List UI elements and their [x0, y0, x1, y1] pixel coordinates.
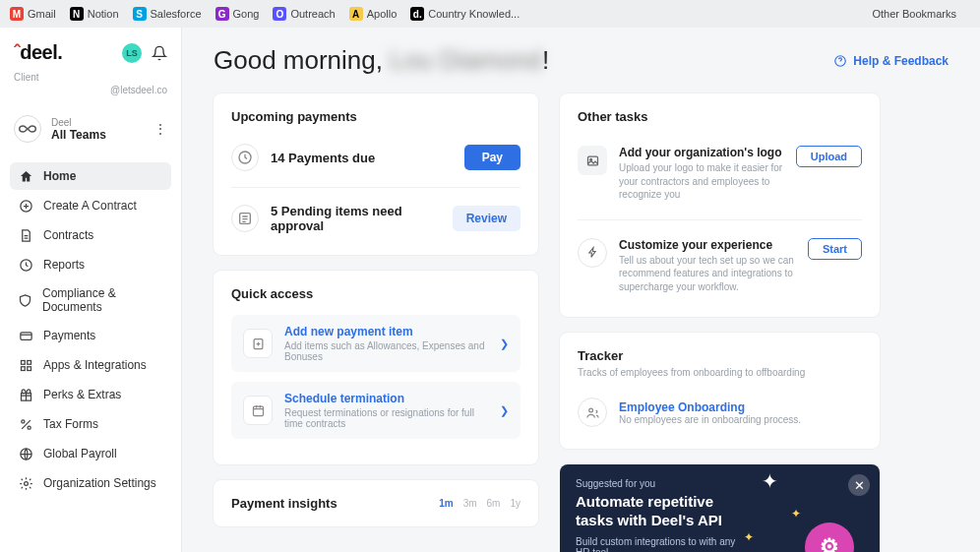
tab-1m[interactable]: 1m [439, 498, 453, 509]
review-button[interactable]: Review [453, 206, 521, 231]
client-label: Client [10, 72, 171, 83]
bookmark-salesforce[interactable]: SSalesforce [133, 7, 202, 21]
help-label: Help & Feedback [853, 54, 949, 68]
card-title: Payment insights [231, 496, 337, 511]
main-content: Good morning, Lou Diamond! Help & Feedba… [182, 28, 980, 552]
brand-logo[interactable]: ˆdeel. [14, 41, 62, 64]
bookmark-gong[interactable]: GGong [215, 7, 260, 21]
user-avatar[interactable]: LS [122, 43, 142, 63]
clock-icon [231, 144, 259, 171]
home-icon [18, 168, 33, 184]
quick-add-payment[interactable]: Add new payment item Add items such as A… [231, 315, 521, 372]
tab-3m[interactable]: 3m [463, 498, 477, 509]
clock-icon [18, 257, 33, 273]
task-title: Customize your experience [619, 238, 796, 252]
promo-label: Suggested for you [576, 478, 864, 489]
help-feedback-link[interactable]: Help & Feedback [833, 54, 949, 68]
infinity-icon [14, 115, 41, 143]
nav-org-settings[interactable]: Organization Settings [10, 469, 171, 497]
nav-label: Contracts [43, 228, 93, 242]
svg-rect-6 [27, 366, 31, 370]
team-name: All Teams [51, 128, 106, 142]
qa-desc: Request terminations or resignations for… [284, 407, 488, 429]
nav-label: Home [43, 169, 76, 183]
upload-button[interactable]: Upload [796, 146, 862, 167]
chevron-right-icon: ❯ [500, 337, 509, 350]
nav-home[interactable]: Home [10, 162, 171, 190]
globe-icon [18, 446, 33, 461]
nav-compliance[interactable]: Compliance & Documents [10, 280, 171, 320]
bookmark-countryknowl[interactable]: d.Country Knowled... [410, 7, 520, 21]
bookmark-label: Gong [233, 8, 260, 20]
promo-card: ✕ Suggested for you Automate repetitive … [560, 464, 880, 552]
svg-point-8 [21, 419, 24, 422]
nav-label: Perks & Extras [43, 388, 121, 401]
document-icon [18, 227, 33, 243]
bookmark-other[interactable]: Other Bookmarks [872, 8, 956, 20]
start-button[interactable]: Start [808, 238, 862, 260]
nav-label: Global Payroll [43, 447, 117, 460]
tab-6m[interactable]: 6m [487, 498, 501, 509]
promo-art: ✦ ✦ ✦ ⚙ [752, 499, 870, 553]
other-tasks-card: Other tasks Add your organization's logo… [560, 93, 880, 317]
promo-desc: Build custom integrations to with any HR… [576, 536, 738, 553]
nav-label: Reports [43, 258, 85, 272]
nav-apps[interactable]: Apps & Integrations [10, 351, 171, 379]
bookmark-label: Notion [88, 8, 119, 20]
nav-perks[interactable]: Perks & Extras [10, 381, 171, 408]
bookmark-apollo[interactable]: AApollo [349, 7, 398, 21]
bookmark-label: Country Knowled... [428, 8, 520, 20]
nav-tax[interactable]: Tax Forms [10, 410, 171, 438]
bell-icon[interactable] [152, 45, 167, 61]
plus-circle-icon [18, 198, 33, 214]
help-icon [833, 54, 847, 68]
sidebar: ˆdeel. LS Client @letsdeel.co Deel All T… [0, 28, 182, 552]
grid-icon [18, 357, 33, 373]
nav-contracts[interactable]: Contracts [10, 221, 171, 249]
list-icon [231, 205, 259, 232]
tracker-item-desc: No employees are in onboarding process. [619, 414, 862, 425]
bookmark-gmail[interactable]: MGmail [10, 7, 56, 21]
card-title: Quick access [231, 286, 521, 301]
svg-rect-17 [587, 156, 597, 165]
client-email: @letsdeel.co [10, 85, 171, 95]
svg-point-11 [24, 481, 28, 485]
bookmark-label: Other Bookmarks [872, 8, 956, 20]
nav-create-contract[interactable]: Create A Contract [10, 192, 171, 219]
tracker-card: Tracker Tracks of employees from onboard… [560, 333, 880, 449]
payment-insights-card: Payment insights 1m 3m 6m 1y [214, 480, 538, 526]
svg-point-19 [588, 408, 592, 412]
nav-global-payroll[interactable]: Global Payroll [10, 440, 171, 467]
team-selector[interactable]: Deel All Teams ⋮ [10, 109, 171, 149]
nav-payments[interactable]: Payments [10, 322, 171, 349]
pay-button[interactable]: Pay [464, 145, 521, 170]
nav-reports[interactable]: Reports [10, 251, 171, 278]
nav-label: Payments [43, 329, 95, 342]
quick-schedule-termination[interactable]: Schedule termination Request termination… [231, 382, 521, 439]
add-document-icon [243, 329, 273, 358]
tab-1y[interactable]: 1y [510, 498, 521, 509]
svg-rect-4 [27, 360, 31, 364]
payments-due-text: 14 Payments due [271, 151, 453, 165]
tracker-subtitle: Tracks of employees from onboarding to o… [578, 367, 862, 378]
gift-icon [18, 387, 33, 402]
bookmarks-bar: MGmail NNotion SSalesforce GGong OOutrea… [0, 0, 980, 28]
calendar-icon [243, 396, 273, 425]
card-title: Other tasks [578, 109, 862, 124]
svg-point-9 [28, 426, 31, 429]
greeting-name: Lou Diamond [390, 45, 542, 75]
task-desc: Upload your logo to make it easier for y… [619, 161, 784, 202]
bolt-icon [578, 238, 607, 268]
bookmark-notion[interactable]: NNotion [70, 7, 119, 21]
bookmark-outreach[interactable]: OOutreach [273, 7, 335, 21]
more-icon[interactable]: ⋮ [153, 121, 167, 137]
nav-label: Compliance & Documents [42, 286, 163, 314]
nav-label: Apps & Integrations [43, 358, 147, 372]
bookmark-label: Apollo [367, 8, 398, 20]
people-icon [578, 398, 607, 427]
nav-label: Tax Forms [43, 417, 98, 431]
task-title: Add your organization's logo [619, 146, 784, 159]
tracker-item-onboarding[interactable]: Employee Onboarding No employees are in … [578, 392, 862, 433]
card-title: Upcoming payments [231, 109, 521, 124]
close-icon[interactable]: ✕ [848, 474, 870, 496]
